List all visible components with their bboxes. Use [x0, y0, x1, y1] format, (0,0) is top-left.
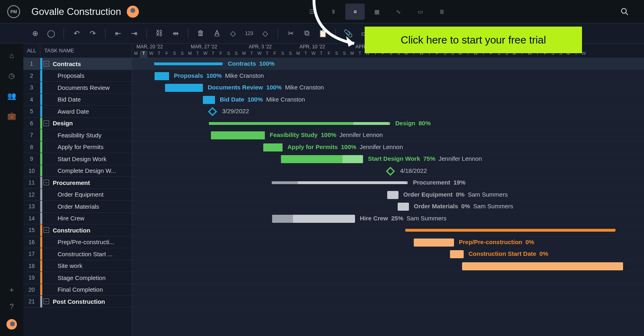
task-bar[interactable]: [450, 250, 464, 258]
gantt-row[interactable]: Documents Review 100% Mike Cranston: [132, 82, 644, 94]
task-row[interactable]: 16 Prep/Pre-constructi...: [23, 236, 132, 249]
bar-assignee: Mike Cranston: [225, 72, 264, 79]
task-row[interactable]: 14 Hire Crew: [23, 213, 132, 225]
task-row[interactable]: 10 Complete Design W...: [23, 165, 132, 177]
portfolio-icon[interactable]: 💼: [7, 112, 16, 120]
rail-avatar-icon[interactable]: [6, 319, 17, 330]
summary-bar[interactable]: [155, 62, 222, 65]
task-bar[interactable]: [414, 239, 454, 247]
milestone-icon[interactable]: ◇: [260, 28, 270, 39]
gantt-row[interactable]: Prep/Pre-construction 0%: [132, 236, 644, 249]
task-row[interactable]: 1 − Contracts: [23, 58, 132, 70]
gantt-row[interactable]: Design 80%: [132, 118, 644, 130]
task-row[interactable]: 21 − Post Construction: [23, 296, 132, 308]
task-row[interactable]: 3 Documents Review: [23, 82, 132, 94]
task-row[interactable]: 20 Final Completion: [23, 284, 132, 296]
outdent-icon[interactable]: ⇤: [113, 28, 123, 39]
gantt-row[interactable]: [132, 284, 644, 296]
search-icon[interactable]: [615, 4, 634, 20]
assign-icon[interactable]: ◯: [46, 28, 56, 39]
milestone-icon[interactable]: [386, 166, 395, 176]
gantt-row[interactable]: 4/18/2022: [132, 165, 644, 177]
unlink-icon[interactable]: ⇹: [170, 28, 181, 39]
gantt-row[interactable]: [132, 224, 644, 236]
summary-bar[interactable]: [272, 181, 407, 184]
milestone-icon[interactable]: [208, 107, 217, 116]
summary-bar[interactable]: [209, 122, 390, 125]
task-bar[interactable]: [263, 143, 283, 151]
link-icon[interactable]: ⛓: [154, 28, 165, 39]
user-avatar-icon[interactable]: [127, 6, 139, 18]
task-row[interactable]: 9 Start Design Work: [23, 153, 132, 165]
collapse-icon[interactable]: −: [43, 61, 49, 66]
activity-view-icon[interactable]: ∿: [389, 4, 408, 20]
gantt-chart[interactable]: MAR, 20 '22MAR, 27 '22APR, 3 '22APR, 10 …: [132, 44, 644, 336]
collapse-icon[interactable]: −: [43, 227, 49, 233]
gantt-row[interactable]: Contracts 100%: [132, 58, 644, 70]
task-row[interactable]: 15 − Construction: [23, 224, 132, 236]
summary-bar[interactable]: [406, 229, 615, 232]
col-all[interactable]: ALL: [23, 44, 40, 58]
gantt-row[interactable]: Construction Start Date 0%: [132, 248, 644, 260]
home-icon[interactable]: ⌂: [10, 52, 14, 60]
svg-line-1: [626, 13, 628, 15]
task-row[interactable]: 8 Apply for Permits: [23, 141, 132, 153]
gantt-row[interactable]: Start Design Work 75% Jennifer Lennon: [132, 153, 644, 165]
gantt-row[interactable]: 3/29/2022: [132, 106, 644, 118]
redo-icon[interactable]: ↷: [87, 28, 98, 39]
help-icon[interactable]: ?: [10, 303, 14, 311]
task-row[interactable]: 18 Site work: [23, 260, 132, 272]
font-icon[interactable]: A: [212, 28, 222, 39]
number-icon[interactable]: 123: [244, 28, 254, 39]
gantt-row[interactable]: Proposals 100% Mike Cranston: [132, 70, 644, 82]
task-bar[interactable]: [398, 203, 409, 211]
gantt-row[interactable]: [132, 260, 644, 272]
gantt-row[interactable]: Apply for Permits 100% Jennifer Lennon: [132, 141, 644, 153]
task-row[interactable]: 13 Order Materials: [23, 201, 132, 213]
cut-icon[interactable]: ✂: [285, 28, 296, 39]
col-taskname[interactable]: TASK NAME: [40, 48, 74, 54]
task-name: Final Completion: [56, 286, 132, 293]
undo-icon[interactable]: ↶: [71, 28, 82, 39]
task-bar[interactable]: [211, 131, 265, 139]
team-icon[interactable]: 👥: [7, 91, 16, 100]
task-row[interactable]: 4 Bid Date: [23, 94, 132, 106]
gantt-row[interactable]: Hire Crew 25% Sam Summers: [132, 213, 644, 225]
gantt-row[interactable]: Bid Date 100% Mike Cranston: [132, 94, 644, 106]
task-bar[interactable]: [165, 84, 203, 92]
task-row[interactable]: 5 Award Date: [23, 106, 132, 118]
task-row[interactable]: 7 Feasibility Study: [23, 129, 132, 141]
task-bar[interactable]: [387, 191, 398, 199]
task-bar[interactable]: [462, 262, 623, 270]
gantt-row[interactable]: [132, 296, 644, 308]
delete-icon[interactable]: 🗑: [196, 28, 206, 39]
task-bar[interactable]: [272, 215, 355, 223]
free-trial-cta[interactable]: Click here to start your free trial: [365, 27, 582, 53]
app-logo[interactable]: PM: [7, 5, 20, 18]
task-row[interactable]: 12 Order Equipment: [23, 189, 132, 201]
task-row[interactable]: 2 Proposals: [23, 70, 132, 82]
add-nav-icon[interactable]: ＋: [8, 285, 15, 295]
calendar-view-icon[interactable]: ▭: [411, 4, 430, 20]
collapse-icon[interactable]: −: [43, 120, 49, 126]
indent-icon[interactable]: ⇥: [129, 28, 139, 39]
task-bar[interactable]: [281, 155, 363, 163]
gantt-row[interactable]: Order Materials 0% Sam Summers: [132, 201, 644, 213]
task-row[interactable]: 6 − Design: [23, 118, 132, 130]
file-view-icon[interactable]: 🗎: [432, 4, 452, 20]
task-row[interactable]: 19 Stage Completion: [23, 272, 132, 284]
task-bar[interactable]: [155, 72, 169, 80]
recent-icon[interactable]: ◷: [8, 71, 15, 80]
gantt-row[interactable]: Procurement 19%: [132, 177, 644, 189]
add-task-icon[interactable]: ⊕: [30, 28, 40, 39]
gantt-row[interactable]: Feasibility Study 100% Jennifer Lennon: [132, 129, 644, 141]
gantt-row[interactable]: Order Equipment 0% Sam Summers: [132, 189, 644, 201]
fill-icon[interactable]: ◇: [228, 28, 238, 39]
collapse-icon[interactable]: −: [43, 180, 49, 185]
gantt-row[interactable]: [132, 272, 644, 284]
row-number: 18: [23, 260, 40, 272]
collapse-icon[interactable]: −: [43, 299, 49, 304]
task-row[interactable]: 11 − Procurement: [23, 177, 132, 189]
task-bar[interactable]: [203, 96, 215, 104]
task-row[interactable]: 17 Construction Start ...: [23, 248, 132, 260]
